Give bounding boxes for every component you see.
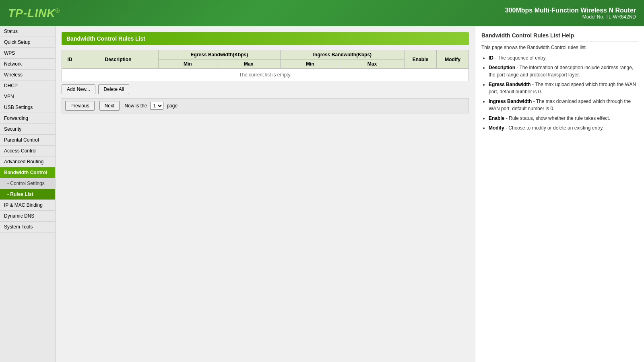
- sidebar-item-ip-mac-binding[interactable]: IP & MAC Binding: [0, 200, 55, 211]
- help-title: Bandwidth Control Rules List Help: [481, 32, 638, 41]
- sidebar-item-wireless[interactable]: Wireless: [0, 70, 55, 80]
- router-info: 300Mbps Multi-Function Wireless N Router…: [505, 7, 636, 20]
- empty-message: The current list is empty.: [62, 69, 469, 81]
- action-buttons: Add New... Delete All: [62, 84, 469, 94]
- next-button[interactable]: Next: [99, 101, 120, 111]
- col-header-enable: Enable: [405, 50, 437, 69]
- help-panel: Bandwidth Control Rules List Help This p…: [475, 26, 644, 362]
- content-area: Bandwidth Control Rules List ID Descript…: [56, 26, 475, 362]
- sidebar-item-advanced-routing[interactable]: Advanced Routing: [0, 156, 55, 167]
- sidebar-item-status[interactable]: Status: [0, 26, 55, 37]
- sidebar-item-rules-list[interactable]: - Rules List: [0, 189, 55, 200]
- help-list: ID - The sequence of entry. Description …: [481, 54, 638, 132]
- help-item-modify: Modify - Choose to modify or delete an e…: [489, 124, 638, 132]
- sidebar-item-system-tools[interactable]: System Tools: [0, 222, 55, 232]
- col-header-id: ID: [62, 50, 78, 69]
- help-item-enable: Enable - Rule status, show whether the r…: [489, 115, 638, 122]
- col-header-egress: Egress Bandwidth(Kbps): [159, 50, 281, 60]
- sidebar-item-security[interactable]: Security: [0, 124, 55, 135]
- sidebar-item-dynamic-dns[interactable]: Dynamic DNS: [0, 211, 55, 222]
- sidebar-item-dhcp[interactable]: DHCP: [0, 80, 55, 91]
- logo-text: TP-LINK: [8, 7, 55, 19]
- col-header-description: Description: [78, 50, 159, 69]
- page-label: page: [167, 103, 178, 109]
- now-is-the-label: Now is the: [124, 103, 147, 109]
- pagination-row: Previous Next Now is the 1 page: [62, 98, 469, 113]
- col-header-ingress: Ingress Bandwidth(Kbps): [280, 50, 404, 60]
- sidebar-item-wps[interactable]: WPS: [0, 48, 55, 59]
- sidebar-item-usb-settings[interactable]: USB Settings: [0, 102, 55, 113]
- delete-all-button[interactable]: Delete All: [98, 84, 129, 94]
- main-layout: Status Quick Setup WPS Network Wireless …: [0, 26, 644, 362]
- header: TP-LINK® 300Mbps Multi-Function Wireless…: [0, 0, 644, 26]
- col-header-ingress-min: Min: [280, 60, 340, 69]
- col-header-egress-max: Max: [217, 60, 280, 69]
- help-item-description: Description - The information of descrip…: [489, 64, 638, 78]
- sidebar: Status Quick Setup WPS Network Wireless …: [0, 26, 56, 362]
- router-title: 300Mbps Multi-Function Wireless N Router: [505, 7, 636, 14]
- sidebar-item-access-control[interactable]: Access Control: [0, 146, 55, 156]
- rules-table: ID Description Egress Bandwidth(Kbps) In…: [62, 50, 469, 81]
- sidebar-item-vpn[interactable]: VPN: [0, 91, 55, 102]
- page-select[interactable]: 1: [150, 102, 163, 110]
- col-header-ingress-max: Max: [340, 60, 405, 69]
- sidebar-item-bandwidth-control[interactable]: Bandwidth Control: [0, 167, 55, 178]
- sidebar-item-parental-control[interactable]: Parental Control: [0, 135, 55, 146]
- section-title: Bandwidth Control Rules List: [62, 32, 469, 45]
- help-item-id: ID - The sequence of entry.: [489, 54, 638, 62]
- model-number: Model No. TL-WR842ND: [505, 14, 636, 20]
- col-header-modify: Modify: [437, 50, 469, 69]
- sidebar-item-network[interactable]: Network: [0, 59, 55, 70]
- logo: TP-LINK®: [8, 7, 60, 20]
- sidebar-item-control-settings[interactable]: - Control Settings: [0, 178, 55, 189]
- add-new-button[interactable]: Add New...: [62, 84, 95, 94]
- help-intro: This page shows the Bandwidth Control ru…: [481, 45, 638, 50]
- col-header-egress-min: Min: [159, 60, 217, 69]
- sidebar-item-forwarding[interactable]: Forwarding: [0, 113, 55, 124]
- help-item-egress: Egress Bandwidth - The max upload speed …: [489, 81, 638, 95]
- sidebar-item-quick-setup[interactable]: Quick Setup: [0, 37, 55, 48]
- logo-reg: ®: [55, 7, 60, 14]
- help-item-ingress: Ingress Bandwidth - The max download spe…: [489, 98, 638, 112]
- previous-button[interactable]: Previous: [65, 101, 95, 111]
